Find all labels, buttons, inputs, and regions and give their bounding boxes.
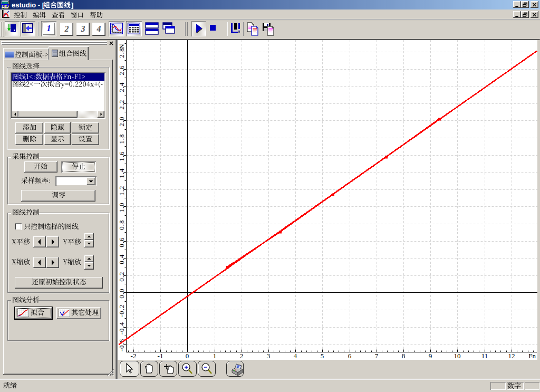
- svg-text:8: 8: [402, 352, 406, 360]
- svg-text:5: 5: [321, 352, 324, 360]
- svg-text:-2: -2: [131, 352, 137, 360]
- svg-text:1.2: 1.2: [118, 185, 126, 195]
- svg-text:12: 12: [508, 352, 515, 360]
- svg-text:N: N: [118, 44, 126, 49]
- svg-text:0.6: 0.6: [118, 237, 126, 247]
- svg-text:2.0: 2.0: [118, 116, 126, 126]
- svg-text:2.2: 2.2: [118, 99, 126, 109]
- svg-text:1: 1: [213, 352, 217, 360]
- svg-text:Fn: Fn: [528, 352, 536, 360]
- svg-text:0.0: 0.0: [118, 288, 126, 298]
- svg-text:1.6: 1.6: [118, 151, 126, 161]
- svg-text:-1: -1: [158, 352, 163, 360]
- svg-text:-0.2: -0.2: [118, 304, 126, 318]
- svg-text:-0.4: -0.4: [118, 322, 126, 335]
- svg-text:1.8: 1.8: [118, 133, 126, 144]
- svg-text:0.2: 0.2: [118, 271, 126, 281]
- svg-text:2.4: 2.4: [118, 82, 126, 92]
- svg-text:0.8: 0.8: [118, 219, 126, 230]
- svg-text:4: 4: [294, 352, 297, 360]
- svg-text:1.4: 1.4: [118, 168, 126, 178]
- svg-text:1.0: 1.0: [118, 202, 126, 212]
- svg-text:11: 11: [481, 352, 488, 360]
- svg-text:6: 6: [348, 352, 352, 360]
- svg-text:2: 2: [240, 352, 244, 360]
- svg-text:9: 9: [429, 352, 432, 360]
- svg-text:2.6: 2.6: [118, 65, 126, 75]
- svg-text:DIS: DIS: [2, 4, 9, 8]
- svg-text:3: 3: [267, 352, 271, 360]
- svg-text:0: 0: [186, 352, 189, 360]
- svg-text:7: 7: [375, 352, 379, 360]
- svg-text:0.4: 0.4: [118, 254, 126, 264]
- svg-text:10: 10: [454, 352, 461, 360]
